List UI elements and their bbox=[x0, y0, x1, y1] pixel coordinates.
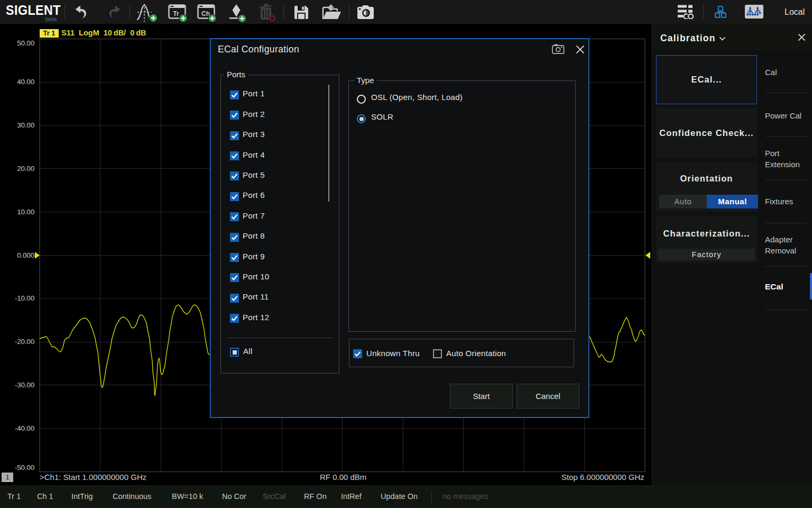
svg-text:Tr: Tr bbox=[173, 10, 179, 17]
